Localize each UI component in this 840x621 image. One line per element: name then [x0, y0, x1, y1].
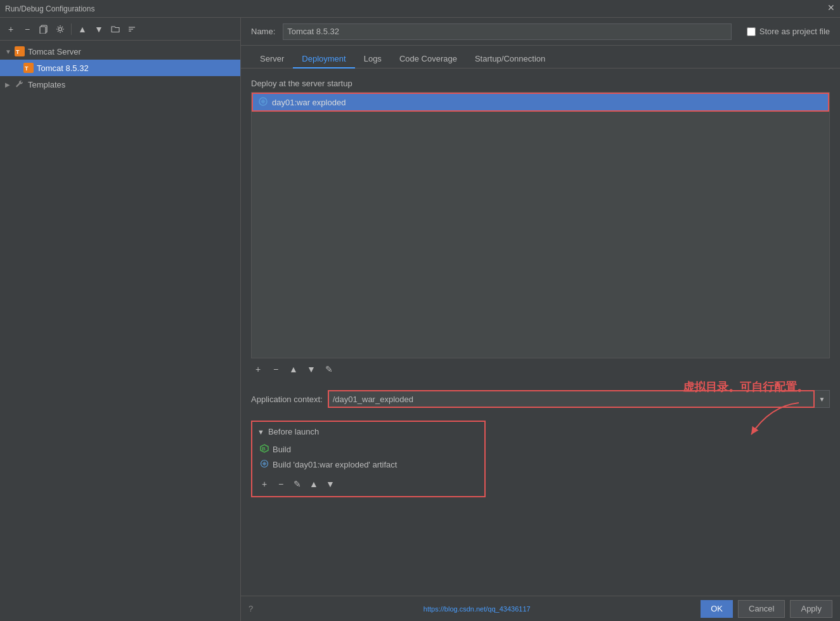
svg-text:T: T [25, 65, 29, 72]
tab-deployment[interactable]: Deployment [293, 50, 354, 69]
annotation-container: 虚拟目录。可自行配置。 [683, 379, 808, 440]
bottom-buttons: OK Cancel Apply [701, 600, 832, 618]
deploy-list: day01:war exploded [251, 92, 830, 358]
cancel-button[interactable]: Cancel [738, 600, 785, 618]
sidebar-item-tomcat-8532[interactable]: ▶ T Tomcat 8.5.32 [0, 60, 240, 76]
help-icon[interactable]: ? [249, 604, 253, 613]
store-project-checkbox[interactable] [747, 27, 756, 36]
before-launch-section: ▼ Before launch B Build [251, 421, 486, 497]
store-project-area: Store as project file [747, 27, 830, 36]
arrow-icon: ▼ [5, 48, 14, 55]
deploy-add-button[interactable]: + [251, 362, 265, 376]
sidebar-item-label: Tomcat 8.5.32 [37, 63, 89, 73]
bottom-bar: ? https://blog.csdn.net/qq_43436117 OK C… [241, 596, 840, 621]
svg-rect-1 [40, 27, 46, 34]
config-header: Name: Store as project file [241, 18, 840, 46]
svg-text:T: T [16, 49, 20, 55]
tab-startup-connection[interactable]: Startup/Connection [466, 50, 554, 69]
name-input[interactable] [283, 23, 731, 40]
store-label: Store as project file [759, 27, 830, 36]
arrow-icon: ▶ [5, 81, 14, 88]
deploy-edit-button[interactable]: ✎ [322, 362, 336, 376]
build-green-icon: B [260, 444, 269, 455]
deploy-move-down-button[interactable]: ▼ [304, 362, 318, 376]
before-launch-up-button[interactable]: ▲ [307, 477, 321, 491]
sidebar-item-templates[interactable]: ▶ Templates [0, 76, 240, 93]
title-bar: Run/Debug Configurations ✕ [0, 0, 840, 18]
deploy-list-toolbar: + − ▲ ▼ ✎ [251, 358, 830, 380]
artifact-build-icon [260, 459, 269, 470]
title-bar-text: Run/Debug Configurations [5, 4, 94, 13]
close-icon[interactable]: ✕ [827, 3, 835, 13]
build-label: Build [273, 445, 291, 454]
tab-logs[interactable]: Logs [355, 50, 391, 69]
content-area: Name: Store as project file Server Deplo… [241, 18, 840, 621]
name-label: Name: [251, 27, 275, 36]
svg-text:B: B [262, 446, 266, 452]
main-area: + − ▲ ▼ [0, 18, 840, 621]
tab-server[interactable]: Server [251, 50, 293, 69]
artifact-icon [258, 96, 268, 108]
deploy-section-label: Deploy at the server startup [251, 79, 830, 88]
wrench-icon [14, 79, 25, 90]
sidebar-item-label: Tomcat Server [28, 47, 81, 56]
before-launch-remove-button[interactable]: − [274, 477, 288, 491]
before-launch-toolbar: + − ✎ ▲ ▼ [257, 477, 479, 491]
context-dropdown-button[interactable]: ▼ [815, 390, 830, 408]
before-launch-header[interactable]: ▼ Before launch [257, 427, 479, 436]
before-launch-item-artifact[interactable]: Build 'day01:war exploded' artifact [257, 457, 479, 472]
content-body: Deploy at the server startup day01:war e… [241, 69, 840, 596]
before-launch-down-button[interactable]: ▼ [323, 477, 337, 491]
before-launch-title: Before launch [268, 427, 319, 436]
deploy-item-label: day01:war exploded [272, 98, 346, 107]
toolbar-divider [71, 23, 72, 35]
csdn-link[interactable]: https://blog.csdn.net/qq_43436117 [423, 605, 531, 613]
tab-code-coverage[interactable]: Code Coverage [391, 50, 466, 69]
move-down-button[interactable]: ▼ [92, 22, 106, 36]
context-input[interactable] [328, 390, 815, 408]
run-debug-dialog: Run/Debug Configurations ✕ + − [0, 0, 840, 621]
add-config-button[interactable]: + [4, 22, 18, 36]
sidebar: + − ▲ ▼ [0, 18, 241, 621]
settings-button[interactable] [53, 22, 67, 36]
deploy-section: Deploy at the server startup day01:war e… [251, 79, 830, 380]
apply-button[interactable]: Apply [790, 600, 832, 618]
tomcat-group-icon: T [14, 46, 25, 57]
deploy-list-item[interactable]: day01:war exploded [252, 93, 829, 112]
copy-config-button[interactable] [37, 22, 51, 36]
context-label: Application context: [251, 395, 323, 404]
before-launch-item-build[interactable]: B Build [257, 441, 479, 457]
sidebar-item-label: Templates [28, 80, 65, 89]
before-launch-arrow-icon: ▼ [257, 428, 264, 436]
ok-button[interactable]: OK [701, 600, 733, 618]
deploy-move-up-button[interactable]: ▲ [287, 362, 300, 376]
context-input-wrap: ▼ [328, 390, 830, 408]
tomcat-icon: T [23, 62, 34, 74]
before-launch-add-button[interactable]: + [257, 477, 271, 491]
remove-config-button[interactable]: − [20, 22, 34, 36]
sort-button[interactable] [125, 22, 139, 36]
move-up-button[interactable]: ▲ [75, 22, 89, 36]
before-launch-edit-button[interactable]: ✎ [290, 477, 304, 491]
artifact-label: Build 'day01:war exploded' artifact [273, 460, 397, 469]
sidebar-tree: ▼ T Tomcat Server ▶ T [0, 41, 240, 621]
sidebar-item-tomcat-server-group[interactable]: ▼ T Tomcat Server [0, 43, 240, 60]
deploy-remove-button[interactable]: − [269, 362, 283, 376]
svg-point-2 [59, 27, 62, 30]
folder-button[interactable] [108, 22, 122, 36]
sidebar-toolbar: + − ▲ ▼ [0, 18, 240, 41]
tabs-bar: Server Deployment Logs Code Coverage Sta… [241, 46, 840, 69]
context-row: Application context: ▼ [251, 390, 830, 408]
